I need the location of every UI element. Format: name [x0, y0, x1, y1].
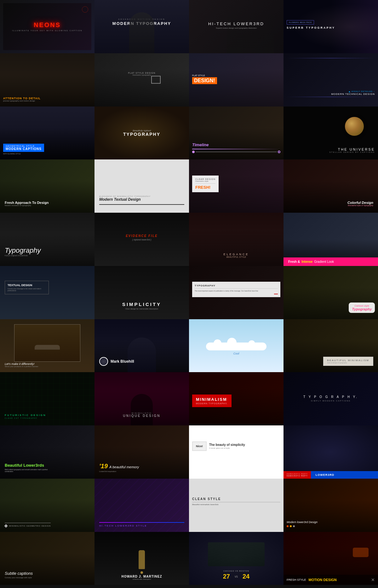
textual-line2: Convey your message to the viewer and ma… — [8, 288, 46, 291]
card-modern-typography[interactable]: ADVANCED MOTION DESIGN MODERN TYPOGRAPHY — [94, 0, 189, 53]
score2: 24 — [243, 573, 249, 580]
card-typography-ra[interactable]: T Y P O G R A P H Y. SIMPLY MODERN CAPTI… — [284, 372, 378, 425]
card-modern-lower3rd[interactable]: Modern lower3rd Design — [284, 479, 378, 532]
card-elegance[interactable]: ELEGANCE BEAUTIFUL STYLE — [189, 213, 284, 266]
geo-diamond-icon — [4, 524, 8, 527]
card-typography-box[interactable]: TYPOGRAPHY The most important aspect of … — [189, 266, 284, 319]
beautiful-typo-line2: TYPOGRAPHY — [123, 131, 160, 136]
card-modern-textual[interactable]: ELEGANCE OF MINIMALISTIC TYPOGRAPHY Mode… — [94, 159, 189, 213]
card-fresh-intense[interactable]: Fresh & Intense Gradient Look — [284, 213, 378, 266]
card-clear-design[interactable]: CLEAR DESIGN Geometric style FRESH! — [189, 159, 284, 213]
card-lets-make-it[interactable]: Let's make it differently! Show your pro… — [0, 319, 94, 372]
vs-separator: vs — [235, 575, 238, 578]
card-howard[interactable]: HOWARD J. MARTINEZ cinema title champion — [94, 532, 189, 585]
card-timeline[interactable]: Timeline — [189, 107, 284, 160]
card-superb-typography[interactable]: HLOWERS MEGA PACK SUPERB TYPOGRAPHY — [284, 0, 378, 53]
hitech-subtitle: Superb motion design and typography dist… — [192, 27, 280, 29]
attention-subtitle: precise typography and motion design — [3, 100, 41, 102]
nice-line2: It never goes out of style — [209, 447, 245, 449]
card-beautiful-minimalism[interactable]: BEAUTIFUL MINIMALISM taste & design of t… — [284, 319, 378, 372]
card-evidence[interactable]: EVIDENCE FILE { stylized lower3rd } — [94, 213, 189, 266]
card-beautiful-memory[interactable]: '19 A beautiful memory Lower3rd inspirat… — [94, 425, 189, 479]
card-textual-design[interactable]: Textual Design Convey your message to th… — [0, 266, 94, 319]
howard-line2: cinema title champion — [94, 578, 189, 580]
neons-title: NEONS — [8, 21, 87, 29]
card-beautiful-lower3rds[interactable]: Beautiful Lower3rds Well crafted typogra… — [0, 425, 94, 479]
dot2 — [290, 525, 292, 527]
typo-box-line1: TYPOGRAPHY — [195, 284, 278, 287]
superb-title: SUPERB TYPOGRAPHY — [287, 26, 335, 29]
card-futuristic[interactable]: FUTURISTIC DESIGN CLEAR CUT TYPOGRAPHY — [0, 372, 94, 425]
elegance-line1: ELEGANCE — [189, 253, 284, 256]
card-cartoon-typo[interactable]: Cartoon style Typography — [284, 266, 378, 319]
highly-line1: HIGHLY DETAILED — [352, 90, 373, 92]
typo-box-line3: ▬▬ — [195, 293, 278, 295]
unique-line2: UNIQUE DESIGN — [94, 414, 189, 418]
geo-line2: MODERN CAPTIONS — [6, 147, 42, 151]
geo-subtitle: WITH GLOWING STYLE — [3, 153, 44, 155]
geo-line1: GEOMETRICAL STYLE — [6, 145, 42, 147]
card-lower3rd-party[interactable]: DEMOCRATIC PARTY DEMOCRATIC PARTY LOWER3… — [284, 425, 378, 479]
beautiful-lower3rds-line1: Beautiful Lower3rds — [5, 463, 55, 468]
card-typography-big[interactable]: Typography Furore original of lower3rds — [0, 213, 94, 266]
score1: 27 — [223, 573, 230, 580]
card-mark-bluehill[interactable]: Mark Bluehill — [94, 319, 189, 372]
card-unique-design[interactable]: MINIMALISTIC UNIQUE DESIGN — [94, 372, 189, 425]
card-grid: NEONS ILLUMINATE YOUR SET WITH GLOWING C… — [0, 0, 378, 585]
cool-cloud-text: Cool — [198, 352, 274, 355]
card-fresh-approach[interactable]: Fresh Approach To Design Modern evolutio… — [0, 159, 94, 213]
card-hitech-lower3rd[interactable]: HI-TECH LOWER3RD Superb motion design an… — [189, 0, 284, 53]
fresh-intense-line2: Intense — [301, 260, 312, 263]
modern-lower3rd-line1: Modern lower3rd Design — [287, 521, 375, 524]
card-colorful-design[interactable]: Colorful Design Wonderful style of Typog… — [284, 159, 378, 213]
timeline-title: Timeline — [192, 142, 280, 147]
cartoon-line2: Typography — [352, 307, 372, 311]
elegance-line2: BEAUTIFUL STYLE — [189, 256, 284, 258]
card-highly-detailed[interactable]: ◆ HIGHLY DETAILED ↓ MODERN TECHNICAL DES… — [284, 53, 378, 107]
card-nice-beauty[interactable]: Nice! The beauty of simplicity It never … — [189, 425, 284, 479]
clear-line2: Geometric style — [195, 180, 215, 182]
card-geo-style[interactable]: GEOMETRICAL STYLE MODERN CAPTIONS WITH G… — [0, 107, 94, 160]
card-chicago-boston[interactable]: CHICAGO VS BOSTON 27 vs 24 — [189, 532, 284, 585]
card-neons[interactable]: NEONS ILLUMINATE YOUR SET WITH GLOWING C… — [0, 0, 94, 53]
typography-big-line2: Furore original of lower3rds — [5, 255, 41, 257]
highly-line2: MODERN TECHNICAL DESIGN — [331, 93, 375, 95]
clear-line3: FRESH! — [195, 185, 215, 190]
card-cool-cloud[interactable]: Cool — [189, 319, 284, 372]
minimalism-red-line2: MODERN TYPOGRAPHY. — [196, 402, 228, 405]
typography-big-line1: Typography — [5, 246, 41, 255]
card-attention[interactable]: ATTENTION TO DETAIL precise typography a… — [0, 53, 94, 107]
flat-line1: FLAT STYLE DESIGN — [94, 72, 189, 74]
fresh-style-line2: MOTION DESIGN — [309, 578, 337, 582]
beautiful-memory-line2: Lower3rd inspiration — [99, 470, 139, 472]
fresh-intense-line1: Fresh & — [288, 260, 300, 263]
minimalism-red-line1: MINIMALISM — [196, 397, 228, 402]
clean-line2: Beautiful minimalistic lower3rds — [192, 504, 280, 505]
mark-bluehill-name: Mark Bluehill — [111, 359, 134, 364]
card-flat-style[interactable]: FLAT STYLE DESIGN Geometric typography — [94, 53, 189, 107]
card-flat-orange[interactable]: FLAT STYLE DESIGN! — [189, 53, 284, 107]
card-fresh-style-motion[interactable]: FRESH STYLE MOTION DESIGN ✕ — [284, 532, 378, 585]
lets-line2: Show your products in a perfect manner — [5, 366, 38, 367]
flat-line2: Geometric typography — [94, 74, 189, 76]
flat-orange-line2: DESIGN! — [192, 77, 217, 84]
futuristic-line1: FUTURISTIC DESIGN — [5, 414, 46, 417]
party-red-line2: DEMOCRATIC PARTY — [287, 475, 308, 477]
card-simplicity[interactable]: SIMPLICITY Clear design for memorable de… — [94, 266, 189, 319]
clear-line1: CLEAR DESIGN — [195, 178, 215, 180]
card-universe[interactable]: THE UNIVERSE STELLAR SERIES BY CAPTIONS — [284, 107, 378, 160]
card-clean-style[interactable]: CLEAN STYLE Beautiful minimalistic lower… — [189, 479, 284, 532]
fresh-line1: Fresh Approach To Design — [5, 201, 49, 205]
card-beautiful-typography[interactable]: Beautifully stylised TYPOGRAPHY — [94, 107, 189, 160]
dot1 — [287, 525, 289, 527]
card-hitech-lower3rd-style[interactable]: HI-TECH LOWER3RD STYLE — [94, 479, 189, 532]
fresh-style-line1: FRESH STYLE — [287, 578, 306, 581]
close-x-icon: ✕ — [371, 577, 375, 582]
beautiful-typo-line1: Beautifully stylised — [123, 129, 160, 131]
card-minimalism-red[interactable]: MINIMALISM MODERN TYPOGRAPHY. — [189, 372, 284, 425]
card-minimalistic-geo[interactable]: MINIMALISTIC GEOMETRIC DESIGN — [0, 479, 94, 532]
evidence-line1: EVIDENCE FILE — [94, 234, 189, 238]
superb-pack: HLOWERS MEGA PACK — [289, 21, 312, 23]
card-subtle-captions[interactable]: Subtle captions Convey your message with… — [0, 532, 94, 585]
howard-line1: HOWARD J. MARTINEZ — [94, 575, 189, 578]
